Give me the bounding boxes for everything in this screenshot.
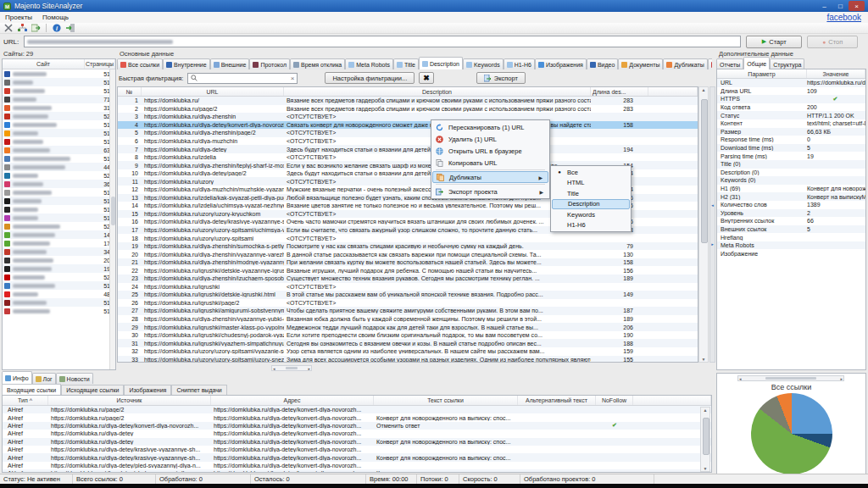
menu-item-rescan[interactable]: Пересканировать (1) URL — [432, 121, 548, 133]
chart-scrollbar[interactable]: ◂ ▸ — [737, 375, 844, 381]
site-row[interactable]: 51 — [3, 78, 115, 86]
site-row[interactable]: 51 — [3, 197, 115, 205]
tab-external[interactable]: Внешние — [210, 58, 250, 69]
clear-filter-icon[interactable]: × — [291, 75, 295, 82]
site-row[interactable]: 63 — [3, 146, 115, 154]
site-row[interactable]: 48 — [3, 290, 115, 298]
parameter-row[interactable]: Title (0) — [717, 160, 865, 169]
site-row[interactable]: 51 — [3, 137, 115, 146]
link-row[interactable]: AHref https://domklubka.ru/dlya-detey/kr… — [3, 453, 711, 461]
close-button[interactable]: × — [849, 1, 865, 11]
site-row[interactable]: 51 — [3, 69, 115, 78]
site-row[interactable]: 71 — [3, 95, 115, 103]
site-row[interactable]: 52 — [3, 112, 115, 120]
chart-scrollbar-thumb[interactable] — [765, 377, 816, 380]
title-bar[interactable]: M Majento SiteAnalyzer – □ × — [0, 0, 868, 12]
main-table-hscrollbar[interactable]: ◂ ▸ — [271, 365, 312, 371]
table-row[interactable]: 31 https://domklubka.ru/igrushki/vyazhem… — [118, 339, 698, 347]
tab-description[interactable]: Description — [419, 57, 463, 69]
menu-item-open-browser[interactable]: Открыть URL в браузере — [432, 145, 548, 157]
settings-icon[interactable] — [3, 24, 14, 33]
menu-projects[interactable]: Проекты — [5, 14, 32, 21]
col-type[interactable]: Тип^ — [3, 396, 48, 405]
site-row[interactable]: 31 — [3, 103, 115, 112]
parameter-row[interactable]: Response time (ms) 0 — [717, 136, 865, 144]
tab-general[interactable]: Общие — [743, 57, 770, 69]
site-row[interactable]: 52 — [3, 222, 115, 230]
parameter-row[interactable]: Download time (ms) 5 — [717, 144, 865, 152]
site-row[interactable]: 17 — [3, 239, 115, 247]
link-row[interactable]: AHref https://domklubka.ru/dlya-detey/pl… — [3, 469, 711, 473]
url-input[interactable] — [24, 36, 741, 47]
table-row[interactable]: 32 https://domklubka.ru/uzory/uzory-spit… — [118, 347, 698, 356]
tab-images[interactable]: Изображения — [535, 58, 587, 69]
parameter-row[interactable]: Внешних ссылок 5 — [717, 225, 865, 234]
parameter-row[interactable]: URL https://domklubka.ru/dlya-detey... — [717, 79, 865, 87]
parameter-row[interactable]: Контент text/html; charset=utf-8 — [717, 119, 865, 128]
filter-settings-button[interactable]: Настройка фильтрации... — [325, 72, 415, 84]
link-row[interactable]: AHref https://domklubka.ru/page/2 https:… — [3, 413, 711, 421]
parameter-row[interactable]: Уровень 2 — [717, 209, 865, 218]
main-table-hscrollbar-thumb[interactable] — [286, 367, 298, 369]
col-parameter[interactable]: Параметр — [717, 69, 807, 78]
link-row[interactable]: AHref https://domklubka.ru/dlya-detey ht… — [3, 430, 711, 437]
tab-title[interactable]: Title — [393, 58, 419, 69]
site-row[interactable]: 52 — [3, 171, 115, 180]
site-row[interactable]: 36 — [3, 180, 115, 188]
subtab-images[interactable]: Изображения — [124, 385, 171, 395]
menu-item-copy-url[interactable]: Копировать URL — [432, 157, 548, 169]
site-row[interactable]: 51 — [3, 214, 115, 222]
scroll-right-icon[interactable]: ▸ — [840, 376, 843, 381]
tab-internal[interactable]: Внутренние — [163, 58, 210, 69]
subtab-serp-snippet[interactable]: Сниппет выдачи — [171, 385, 226, 395]
table-row[interactable]: 26 https://domklubka.ru/igrushki/page/2 … — [118, 299, 698, 308]
tab-all-links[interactable]: Все ссылки — [117, 58, 163, 69]
site-row[interactable]: 51 — [3, 281, 115, 290]
parameter-row[interactable]: Parsing time (ms) 19 — [717, 152, 865, 160]
col-desc-length[interactable]: Длина des... — [591, 87, 648, 96]
table-row[interactable]: 22 https://domklubka.ru/igrushki/detskie… — [118, 266, 698, 274]
parameter-row[interactable]: Изображение — [717, 249, 865, 258]
scroll-left-icon[interactable]: ◂ — [273, 366, 275, 371]
site-row[interactable]: 44 — [3, 163, 115, 171]
parameter-row[interactable]: H2 (31) Конверт на выпискуМетоды в... — [717, 192, 865, 201]
submenu-item-html[interactable]: HTML — [552, 178, 630, 189]
col-alt-text[interactable]: Альтернативный текст — [518, 396, 596, 405]
main-table-vscrollbar-thumb[interactable] — [701, 99, 708, 243]
tab-h1-h6[interactable]: H1-H6 — [504, 58, 535, 69]
table-row[interactable]: 21 https://domklubka.ru/dlya-zhenshin/mo… — [118, 258, 698, 267]
col-address[interactable]: Адрес — [211, 396, 374, 405]
parameter-row[interactable]: Hreflang — [717, 233, 865, 241]
col-number[interactable]: № — [118, 87, 142, 96]
tab-documents[interactable]: Документы — [618, 58, 663, 69]
parameter-row[interactable]: Keywords (0) — [717, 176, 865, 185]
site-row[interactable]: 34 — [3, 247, 115, 256]
scroll-up-icon[interactable]: ▲ — [702, 87, 706, 92]
table-row[interactable]: 4 https://domklubka.ru/dlya-detey/konver… — [118, 121, 698, 130]
parameter-row[interactable]: Количество слов 1389 — [717, 201, 865, 209]
link-row[interactable]: AHref https://domklubka.ru/page/2 https:… — [3, 406, 711, 413]
menu-item-delete[interactable]: Удалить (1) URL — [432, 133, 548, 145]
sites-col-pages[interactable]: Страницы — [85, 59, 115, 69]
stop-button[interactable]: ●Стоп — [807, 36, 858, 48]
exit-icon[interactable] — [65, 24, 75, 33]
scroll-down-icon[interactable]: ▼ — [702, 357, 706, 362]
table-row[interactable]: 33 https://domklubka.ru/uzory/uzory-spit… — [118, 356, 698, 363]
parameter-row[interactable]: Description (0) — [717, 169, 865, 177]
scroll-left-icon[interactable]: ◂ — [739, 376, 742, 381]
col-url[interactable]: URL — [142, 87, 284, 96]
menu-item-duplicates[interactable]: Дубликаты ▶ — [432, 171, 548, 183]
link-row[interactable]: AHref https://domklubka.ru/dlya-detey ht… — [3, 438, 711, 446]
scroll-up-icon[interactable]: ▲ — [704, 408, 708, 413]
col-value[interactable]: Значение — [807, 69, 865, 78]
table-row[interactable]: 27 https://domklubka.ru/igrushki/amiguru… — [118, 307, 698, 315]
tab-duplicates[interactable]: Дубликаты — [663, 58, 707, 69]
subtab-outgoing-links[interactable]: Исходящие ссылки — [61, 385, 124, 395]
parameter-row[interactable]: Внутренних ссылок 66 — [717, 217, 865, 225]
table-row[interactable]: 19 https://domklubka.ru/dlya-zhenshin/su… — [118, 242, 698, 251]
table-row[interactable]: 5 https://domklubka.ru/dlya-zhenshin/pag… — [118, 129, 698, 137]
parameter-row[interactable]: Размер 66,63 КБ — [717, 128, 865, 136]
site-row[interactable]: 19 — [3, 264, 115, 273]
links-table-vscrollbar-thumb[interactable] — [703, 418, 709, 455]
reset-filter-button[interactable]: ✖ — [419, 72, 434, 84]
